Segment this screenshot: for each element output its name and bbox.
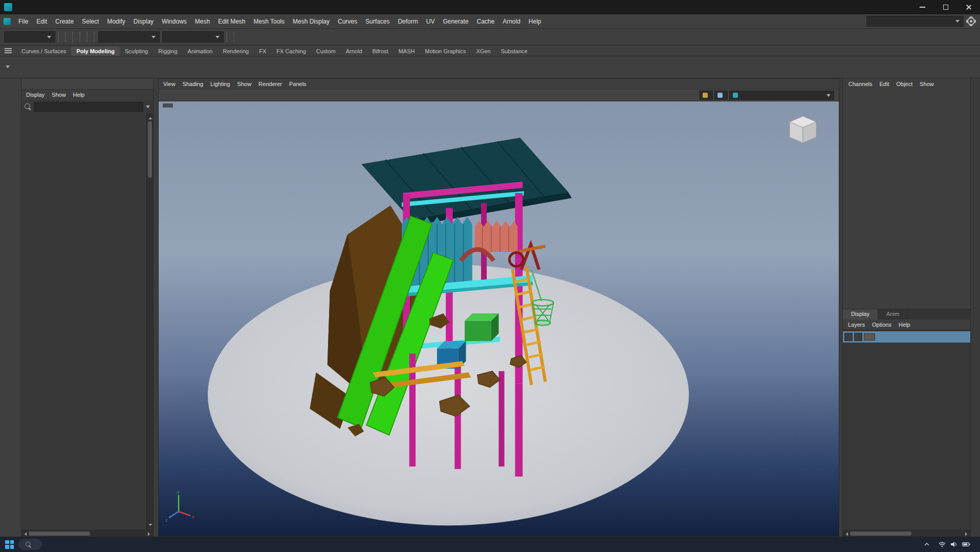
- viewport-menu-lighting[interactable]: Lighting: [207, 80, 234, 88]
- viewport-menu-view[interactable]: View: [160, 80, 179, 88]
- viewport-menu-renderer[interactable]: Renderer: [255, 80, 286, 88]
- shelf-tab-bifrost[interactable]: Bifrost: [367, 47, 394, 56]
- menu-cache[interactable]: Cache: [472, 16, 498, 27]
- shelf-tab-fx[interactable]: FX: [254, 47, 271, 56]
- scrollbar-thumb[interactable]: [148, 121, 152, 178]
- shelf-menu-icon[interactable]: [5, 48, 12, 53]
- minimize-button[interactable]: [911, 0, 934, 14]
- menu-generate[interactable]: Generate: [439, 16, 472, 27]
- outliner-menu-help[interactable]: Help: [70, 91, 89, 99]
- layer-tab-anim[interactable]: Anim: [878, 309, 908, 320]
- exposure-field[interactable]: [700, 91, 713, 100]
- volume-icon[interactable]: [950, 541, 957, 547]
- menu-mesh-tools[interactable]: Mesh Tools: [250, 16, 289, 27]
- search-filter-chevron-icon[interactable]: [146, 105, 150, 108]
- outliner-menu-show[interactable]: Show: [48, 91, 70, 99]
- toolbar-grip[interactable]: [79, 32, 81, 42]
- maya-home-icon[interactable]: [4, 18, 11, 25]
- toolbar-grip[interactable]: [226, 32, 228, 42]
- layer-menu-options[interactable]: Options: [868, 321, 895, 329]
- menu-curves[interactable]: Curves: [334, 16, 361, 27]
- wifi-icon[interactable]: [939, 541, 946, 547]
- workspace-gear-icon[interactable]: [967, 17, 975, 25]
- battery-icon[interactable]: [962, 542, 970, 547]
- outliner-vertical-scrollbar[interactable]: [146, 113, 153, 530]
- channel-menu-object[interactable]: Object: [892, 80, 916, 88]
- taskbar-search[interactable]: [18, 539, 42, 550]
- shelf-options-icon[interactable]: [6, 66, 10, 68]
- scrollbar-thumb[interactable]: [850, 532, 911, 536]
- menu-modify[interactable]: Modify: [103, 16, 129, 27]
- menu-windows[interactable]: Windows: [158, 16, 191, 27]
- live-surface-dropdown[interactable]: [98, 31, 160, 43]
- layer-color-swatch[interactable]: [864, 333, 875, 341]
- shelf-tab-custom[interactable]: Custom: [311, 47, 341, 56]
- close-button[interactable]: [957, 0, 980, 14]
- shelf-tab-arnold[interactable]: Arnold: [341, 47, 367, 56]
- menu-arnold[interactable]: Arnold: [498, 16, 525, 27]
- gamma-field[interactable]: [714, 91, 728, 100]
- symmetry-dropdown[interactable]: [162, 31, 224, 43]
- scroll-left-icon[interactable]: [23, 532, 27, 536]
- layer-menu-help[interactable]: Help: [895, 321, 914, 329]
- viewport-menu-shading[interactable]: Shading: [179, 80, 207, 88]
- menu-file[interactable]: File: [14, 16, 32, 27]
- shelf-tab-rigging[interactable]: Rigging: [153, 47, 182, 56]
- menu-select[interactable]: Select: [78, 16, 103, 27]
- scroll-left-icon[interactable]: [844, 532, 848, 536]
- tray-chevron-up-icon[interactable]: [924, 543, 929, 546]
- panel-divider[interactable]: [154, 78, 158, 537]
- channel-menu-channels[interactable]: Channels: [845, 80, 876, 88]
- scrollbar-thumb[interactable]: [29, 532, 90, 536]
- scroll-right-icon[interactable]: [148, 532, 152, 536]
- menu-edit[interactable]: Edit: [32, 16, 51, 27]
- scroll-right-icon[interactable]: [965, 532, 969, 536]
- scroll-down-icon[interactable]: [148, 524, 153, 528]
- shelf-tab-sculpting[interactable]: Sculpting: [120, 47, 153, 56]
- shelf-tab-animation[interactable]: Animation: [183, 47, 218, 56]
- maximize-button[interactable]: [934, 0, 957, 14]
- layer-tab-display[interactable]: Display: [843, 309, 878, 320]
- menu-surfaces[interactable]: Surfaces: [361, 16, 394, 27]
- toolbar-grip[interactable]: [233, 32, 235, 42]
- menu-mesh-display[interactable]: Mesh Display: [289, 16, 334, 27]
- menu-deform[interactable]: Deform: [394, 16, 422, 27]
- toolbar-grip[interactable]: [86, 32, 89, 42]
- shelf-tab-motion-graphics[interactable]: Motion Graphics: [420, 47, 471, 56]
- 3d-scene[interactable]: [159, 101, 839, 536]
- channel-menu-show[interactable]: Show: [916, 80, 938, 88]
- view-cube[interactable]: [782, 109, 823, 150]
- scroll-up-icon[interactable]: [148, 115, 153, 119]
- shelf-tab-poly-modeling[interactable]: Poly Modeling: [71, 47, 120, 56]
- menu-mesh[interactable]: Mesh: [191, 16, 214, 27]
- viewport-menu-panels[interactable]: Panels: [286, 80, 310, 88]
- menu-set-dropdown[interactable]: [4, 31, 55, 43]
- layer-playback-toggle[interactable]: [854, 333, 862, 341]
- salmon-fence[interactable]: [475, 221, 518, 252]
- colorspace-dropdown[interactable]: [729, 91, 834, 100]
- menu-help[interactable]: Help: [525, 16, 546, 27]
- outliner-horizontal-scrollbar[interactable]: [21, 530, 153, 537]
- shelf-tab-substance[interactable]: Substance: [496, 47, 533, 56]
- shelf-tab-curves-surfaces[interactable]: Curves / Surfaces: [16, 47, 71, 56]
- toolbar-grip[interactable]: [72, 32, 74, 42]
- outliner-menu-display[interactable]: Display: [23, 91, 48, 99]
- shelf-tab-fx-caching[interactable]: FX Caching: [271, 47, 311, 56]
- outliner-search-input[interactable]: [34, 102, 143, 112]
- start-button[interactable]: [5, 540, 14, 549]
- viewport-canvas[interactable]: y x z: [159, 101, 839, 536]
- menu-display[interactable]: Display: [129, 16, 158, 27]
- toolbar-grip[interactable]: [58, 32, 60, 42]
- workspace-dropdown[interactable]: [866, 16, 964, 27]
- menu-edit-mesh[interactable]: Edit Mesh: [214, 16, 249, 27]
- toolbar-grip[interactable]: [94, 32, 96, 42]
- layer-menu-layers[interactable]: Layers: [844, 321, 868, 329]
- shelf-tab-rendering[interactable]: Rendering: [217, 47, 254, 56]
- shelf-tab-mash[interactable]: MASH: [394, 47, 420, 56]
- layer-visibility-toggle[interactable]: [844, 333, 853, 341]
- toolbar-grip[interactable]: [65, 32, 67, 42]
- viewport-menu-show[interactable]: Show: [234, 80, 255, 88]
- layer-row[interactable]: [843, 331, 970, 343]
- menu-create[interactable]: Create: [51, 16, 78, 27]
- channel-menu-edit[interactable]: Edit: [876, 80, 892, 88]
